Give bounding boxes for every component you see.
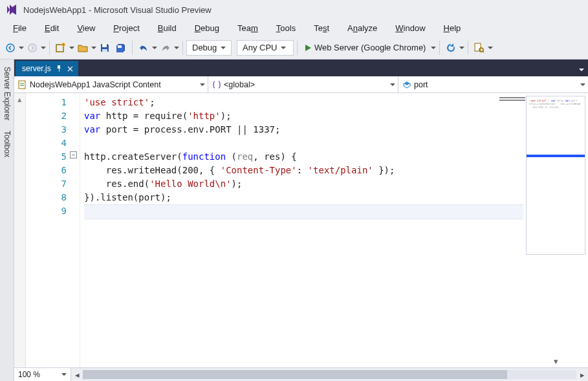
nav-fwd-button[interactable]: [25, 39, 40, 56]
chevron-down-icon: [61, 373, 67, 376]
nav-container-dropdown[interactable]: <global>: [208, 76, 398, 93]
close-icon[interactable]: [67, 65, 74, 72]
server-explorer-tab[interactable]: Server Explorer: [1, 62, 14, 125]
svg-rect-6: [118, 45, 122, 48]
menu-help[interactable]: Help: [435, 19, 470, 36]
toolbar-separator: [297, 41, 298, 55]
nav-back-caret[interactable]: [19, 47, 24, 49]
new-project-caret[interactable]: [69, 47, 74, 49]
tab-strip-background: [78, 60, 575, 76]
scroll-down-button[interactable]: ▾: [523, 354, 588, 367]
save-all-button[interactable]: [113, 39, 129, 56]
code-text-area[interactable]: 'use strict'; var http = require('http')…: [80, 93, 523, 367]
menu-window[interactable]: Window: [386, 19, 434, 36]
main-area: Server Explorer Toolbox server.js: [0, 60, 588, 381]
toolbar-separator: [468, 41, 468, 55]
document-tab-strip: server.js: [14, 60, 588, 76]
document-well: server.js NodejsWebApp1 JavaScript Conte…: [14, 60, 588, 381]
toolbar-separator: [132, 41, 133, 55]
overview-minimap[interactable]: 'use strict'; var http var port http.cre…: [526, 96, 585, 255]
scroll-right-button[interactable]: ▸: [576, 368, 588, 381]
menu-team[interactable]: Team: [228, 19, 267, 36]
solution-config-dropdown[interactable]: Debug: [186, 40, 232, 56]
solution-platform-dropdown[interactable]: Any CPU: [237, 40, 294, 56]
menu-file[interactable]: File: [4, 19, 36, 36]
start-debugging-button[interactable]: Web Server (Google Chrome): [301, 39, 430, 56]
menu-bar: File Edit View Project Build Debug Team …: [0, 19, 588, 36]
line-number: 6: [26, 164, 67, 177]
undo-caret[interactable]: [152, 47, 157, 49]
find-caret[interactable]: [488, 47, 493, 49]
undo-button[interactable]: [136, 39, 151, 56]
line-number: 4: [26, 136, 67, 150]
menu-debug[interactable]: Debug: [186, 19, 228, 36]
split-handle[interactable]: [497, 93, 527, 105]
editor-bottom-bar: 100 % ◂ ▸: [14, 367, 588, 381]
new-project-button[interactable]: [53, 39, 69, 56]
redo-button[interactable]: [158, 39, 173, 56]
toolbar-separator: [182, 41, 183, 55]
open-file-button[interactable]: [75, 39, 91, 56]
left-dock: Server Explorer Toolbox: [0, 60, 14, 381]
menu-project[interactable]: Project: [104, 19, 148, 36]
redo-caret[interactable]: [174, 47, 179, 49]
save-button[interactable]: [97, 39, 113, 56]
zoom-level-dropdown[interactable]: 100 %: [14, 368, 71, 381]
document-tab-serverjs[interactable]: server.js: [16, 61, 78, 76]
main-toolbar: Debug Any CPU Web Server (Google Chrome): [0, 36, 588, 60]
chevron-down-icon: [580, 83, 585, 86]
minimap-viewport[interactable]: [527, 155, 585, 157]
grip-icon: [499, 97, 525, 101]
collapse-up-icon[interactable]: ▴: [14, 94, 25, 104]
svg-point-1: [28, 44, 36, 52]
start-target-label: Web Server (Google Chrome): [314, 43, 426, 52]
open-file-caret[interactable]: [91, 47, 96, 49]
menu-test[interactable]: Test: [305, 19, 338, 36]
window-title: NodejsWebApp1 - Microsoft Visual Studio …: [23, 5, 212, 15]
menu-build[interactable]: Build: [149, 19, 186, 36]
chevron-down-icon: [221, 47, 226, 49]
browser-refresh-caret[interactable]: [459, 47, 464, 49]
start-target-caret[interactable]: [431, 47, 436, 49]
find-in-files-button[interactable]: [472, 39, 487, 56]
nav-scope-dropdown[interactable]: NodejsWebApp1 JavaScript Content: [14, 76, 208, 93]
svg-rect-4: [102, 44, 107, 47]
scroll-track[interactable]: [83, 370, 576, 379]
line-number: 7: [26, 177, 67, 191]
chevron-down-icon: [390, 83, 395, 86]
title-bar: NodejsWebApp1 - Microsoft Visual Studio …: [0, 0, 588, 19]
namespace-icon: [212, 80, 221, 89]
nav-container-label: <global>: [224, 80, 255, 89]
solution-config-label: Debug: [192, 43, 217, 52]
menu-analyze[interactable]: Analyze: [338, 19, 386, 36]
pin-icon[interactable]: [55, 65, 63, 72]
line-number: 5: [26, 150, 67, 164]
solution-platform-label: Any CPU: [243, 43, 277, 52]
editor-right-column: 'use strict'; var http var port http.cre…: [523, 93, 588, 367]
field-icon: [402, 80, 411, 89]
svg-rect-9: [19, 81, 25, 89]
scroll-thumb[interactable]: [83, 370, 507, 379]
svg-point-0: [6, 44, 14, 52]
menu-view[interactable]: View: [68, 19, 104, 36]
line-number: 3: [26, 123, 67, 136]
document-tab-label: server.js: [22, 64, 51, 73]
chevron-down-icon: [200, 83, 205, 86]
code-editor[interactable]: ▴ 1 2 3 4 5 6 7 8 9 − 'use strict'; var …: [14, 93, 588, 367]
nav-back-button[interactable]: [3, 39, 18, 56]
svg-rect-5: [102, 49, 107, 52]
nav-member-dropdown[interactable]: port: [398, 76, 588, 93]
play-icon: [304, 44, 312, 52]
tab-overflow-button[interactable]: [575, 63, 588, 73]
nav-fwd-caret[interactable]: [41, 47, 46, 49]
menu-edit[interactable]: Edit: [36, 19, 68, 36]
chevron-down-icon: [579, 69, 584, 71]
horizontal-scrollbar[interactable]: ◂ ▸: [71, 368, 588, 381]
toolbox-tab[interactable]: Toolbox: [1, 126, 14, 162]
chevron-down-icon: [281, 47, 286, 49]
browser-refresh-button[interactable]: [443, 39, 459, 56]
vs-logo-icon: [5, 3, 18, 16]
scroll-left-button[interactable]: ◂: [71, 368, 83, 381]
fold-toggle-icon[interactable]: −: [70, 151, 77, 158]
menu-tools[interactable]: Tools: [267, 19, 305, 36]
